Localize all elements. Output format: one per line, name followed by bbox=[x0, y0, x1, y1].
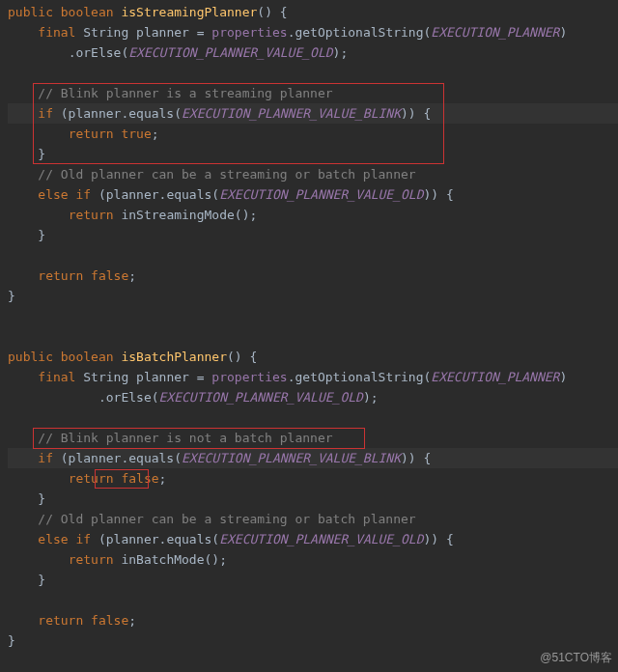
code-line bbox=[8, 590, 618, 610]
code-line: return false; bbox=[8, 610, 618, 630]
code-line: } bbox=[8, 144, 618, 164]
code-line: } bbox=[8, 286, 618, 306]
code-line: else if (planner.equals(EXECUTION_PLANNE… bbox=[8, 529, 618, 549]
code-line: public boolean isStreamingPlanner() { bbox=[8, 2, 618, 22]
code-line: .orElse(EXECUTION_PLANNER_VALUE_OLD); bbox=[8, 42, 618, 63]
code-editor[interactable]: public boolean isStreamingPlanner() { fi… bbox=[0, 0, 618, 653]
code-line: // Blink planner is not a batch planner bbox=[8, 428, 618, 448]
code-line: } bbox=[8, 225, 618, 245]
code-line: // Old planner can be a streaming or bat… bbox=[8, 164, 618, 184]
code-line: } bbox=[8, 570, 618, 590]
code-line: .orElse(EXECUTION_PLANNER_VALUE_OLD); bbox=[8, 387, 618, 407]
code-line: return inStreamingMode(); bbox=[8, 205, 618, 225]
code-line bbox=[8, 63, 618, 83]
code-line: // Blink planner is a streaming planner bbox=[8, 83, 618, 103]
code-line: if (planner.equals(EXECUTION_PLANNER_VAL… bbox=[8, 103, 618, 124]
watermark: @51CTO博客 bbox=[540, 648, 612, 668]
code-line bbox=[8, 326, 618, 347]
code-line: return false; bbox=[8, 468, 618, 489]
code-line bbox=[8, 407, 618, 428]
code-line: final String planner = properties.getOpt… bbox=[8, 367, 618, 387]
code-line: // Old planner can be a streaming or bat… bbox=[8, 509, 618, 529]
code-line: else if (planner.equals(EXECUTION_PLANNE… bbox=[8, 184, 618, 205]
code-line: return true; bbox=[8, 124, 618, 144]
code-line bbox=[8, 306, 618, 326]
code-line: } bbox=[8, 489, 618, 509]
code-line: return inBatchMode(); bbox=[8, 549, 618, 570]
code-line: if (planner.equals(EXECUTION_PLANNER_VAL… bbox=[8, 448, 618, 468]
code-line: } bbox=[8, 630, 618, 651]
code-line bbox=[8, 245, 618, 266]
code-line: final String planner = properties.getOpt… bbox=[8, 22, 618, 42]
code-line: return false; bbox=[8, 266, 618, 286]
code-line: public boolean isBatchPlanner() { bbox=[8, 347, 618, 367]
